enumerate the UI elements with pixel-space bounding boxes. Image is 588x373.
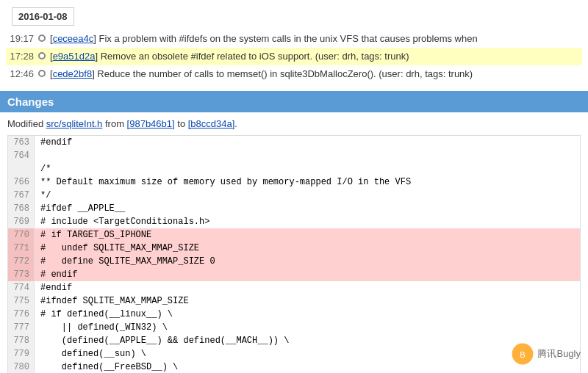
line-number: 770 <box>8 228 35 242</box>
commit-text-3: Reduce the number of calls to memset() i… <box>97 68 406 79</box>
code-line: 764 <box>8 149 580 162</box>
code-line: 780 defined(__FreeBSD__) \ <box>8 361 580 373</box>
watermark: B 腾讯Bugly <box>511 342 581 366</box>
line-content: # endif <box>35 268 580 281</box>
tags-label-3: tags: <box>425 68 448 79</box>
line-number: 775 <box>8 294 35 308</box>
line-number <box>8 162 35 175</box>
commit-text-2: Remove an obsolete #ifdef related to iOS… <box>101 51 343 62</box>
code-line: 772# define SQLITE_MAX_MMAP_SIZE 0 <box>8 255 580 268</box>
commit-user-link-3[interactable]: drh <box>406 68 420 79</box>
commit-row-highlighted: 17:28 [e9a51d2a] Remove an obsolete #ifd… <box>6 48 582 65</box>
changes-header: Changes <box>0 91 588 112</box>
changes-pre: Modified <box>7 118 46 129</box>
code-line: 770# if TARGET_OS_IPHONE <box>8 228 580 242</box>
line-number: 779 <box>8 347 35 361</box>
line-content: defined(__sun) \ <box>35 347 580 361</box>
line-content: /* <box>35 162 580 175</box>
commit-row-3: 12:46 [cede2bf8] Reduce the number of ca… <box>6 65 582 83</box>
code-line: 769# include <TargetConditionals.h> <box>8 215 580 228</box>
line-content: */ <box>35 189 580 202</box>
svg-text:B: B <box>520 350 526 359</box>
commit-message-2: [e9a51d2a] Remove an obsolete #ifdef rel… <box>50 50 582 63</box>
code-line: 767*/ <box>8 189 580 202</box>
code-line: 775#ifndef SQLITE_MAX_MMAP_SIZE <box>8 294 580 308</box>
msg-end-3: ) <box>470 68 473 79</box>
commit-hash-link-3[interactable]: cede2bf8 <box>53 68 93 79</box>
line-content: #endif <box>35 281 580 294</box>
changes-from-hash-link[interactable]: [987b46b1] <box>127 118 175 129</box>
line-content: #endif <box>35 136 580 149</box>
commit-dot-3 <box>38 70 46 77</box>
line-number: 780 <box>8 361 35 373</box>
commit-time-2: 17:28 <box>6 50 34 63</box>
code-line: 763#endif <box>8 136 580 149</box>
line-number: 763 <box>8 136 35 149</box>
line-number: 764 <box>8 149 35 162</box>
commit-time: 19:17 <box>6 32 34 46</box>
code-line: 774#endif <box>8 281 580 294</box>
commit-list: 19:17 [ceceea4c] Fix a problem with #ifd… <box>0 30 588 84</box>
line-number: 771 <box>8 242 35 255</box>
code-block: 763#endif764/*766** Default maximum size… <box>7 135 581 373</box>
line-content: (defined(__APPLE__) && defined(__MACH__)… <box>35 334 580 347</box>
changes-end: . <box>234 118 237 129</box>
line-content: ** Default maximum size of memory used b… <box>35 175 580 189</box>
line-number: 774 <box>8 281 35 294</box>
changes-file-link[interactable]: src/sqliteInt.h <box>46 118 103 129</box>
line-number: 769 <box>8 215 35 228</box>
changes-body: Modified src/sqliteInt.h from [987b46b1]… <box>0 112 588 373</box>
watermark-text: 腾讯Bugly <box>537 347 581 361</box>
line-content <box>35 149 580 162</box>
line-content: # if defined(__linux__) \ <box>35 308 580 321</box>
line-number: 768 <box>8 202 35 215</box>
commit-tags-link-2[interactable]: trunk <box>384 51 406 62</box>
tags-label-2: tags: <box>362 51 385 62</box>
commit-hash-link-2[interactable]: e9a51d2a <box>53 51 96 62</box>
line-number: 767 <box>8 189 35 202</box>
changes-desc: Modified src/sqliteInt.h from [987b46b1]… <box>7 118 581 129</box>
date-header: 2016-01-08 <box>12 7 74 26</box>
code-line: 778 (defined(__APPLE__) && defined(__MAC… <box>8 334 580 347</box>
line-content: # if TARGET_OS_IPHONE <box>35 228 580 242</box>
line-content: defined(__FreeBSD__) \ <box>35 361 580 373</box>
changes-to-hash-link[interactable]: [b8ccd34a] <box>188 118 235 129</box>
bugly-icon: B <box>511 342 534 366</box>
code-line: /* <box>8 162 580 175</box>
line-number: 772 <box>8 255 35 268</box>
commit-dot <box>38 35 46 42</box>
line-content: # undef SQLITE_MAX_MMAP_SIZE <box>35 242 580 255</box>
code-line: 776# if defined(__linux__) \ <box>8 308 580 321</box>
commit-user-link-2[interactable]: drh <box>343 51 356 62</box>
code-line: 768#ifdef __APPLE__ <box>8 202 580 215</box>
code-line: 779 defined(__sun) \ <box>8 347 580 361</box>
changes-from-label: from <box>102 118 126 129</box>
commit-time-3: 12:46 <box>6 68 34 81</box>
line-number: 778 <box>8 334 35 347</box>
commit-text: Fix a problem with #ifdefs on the system… <box>99 33 478 44</box>
line-content: # define SQLITE_MAX_MMAP_SIZE 0 <box>35 255 580 268</box>
line-number: 773 <box>8 268 35 281</box>
commit-message: [ceceea4c] Fix a problem with #ifdefs on… <box>50 32 582 46</box>
line-content: #ifndef SQLITE_MAX_MMAP_SIZE <box>35 294 580 308</box>
commit-dot-2 <box>38 52 46 59</box>
line-number: 777 <box>8 321 35 334</box>
commit-row: 19:17 [ceceea4c] Fix a problem with #ifd… <box>6 30 582 48</box>
line-content: #ifdef __APPLE__ <box>35 202 580 215</box>
commit-hash-link[interactable]: ceceea4c <box>53 33 94 44</box>
code-line: 766** Default maximum size of memory use… <box>8 175 580 189</box>
commit-message-3: [cede2bf8] Reduce the number of calls to… <box>50 68 582 81</box>
code-line: 773# endif <box>8 268 580 281</box>
commit-tags-link-3[interactable]: trunk <box>448 68 470 79</box>
msg-end-2: ) <box>406 51 409 62</box>
code-line: 771# undef SQLITE_MAX_MMAP_SIZE <box>8 242 580 255</box>
line-content: # include <TargetConditionals.h> <box>35 215 580 228</box>
changes-to-label: to <box>175 118 188 129</box>
line-content: || defined(_WIN32) \ <box>35 321 580 334</box>
line-number: 766 <box>8 175 35 189</box>
code-line: 777 || defined(_WIN32) \ <box>8 321 580 334</box>
line-number: 776 <box>8 308 35 321</box>
